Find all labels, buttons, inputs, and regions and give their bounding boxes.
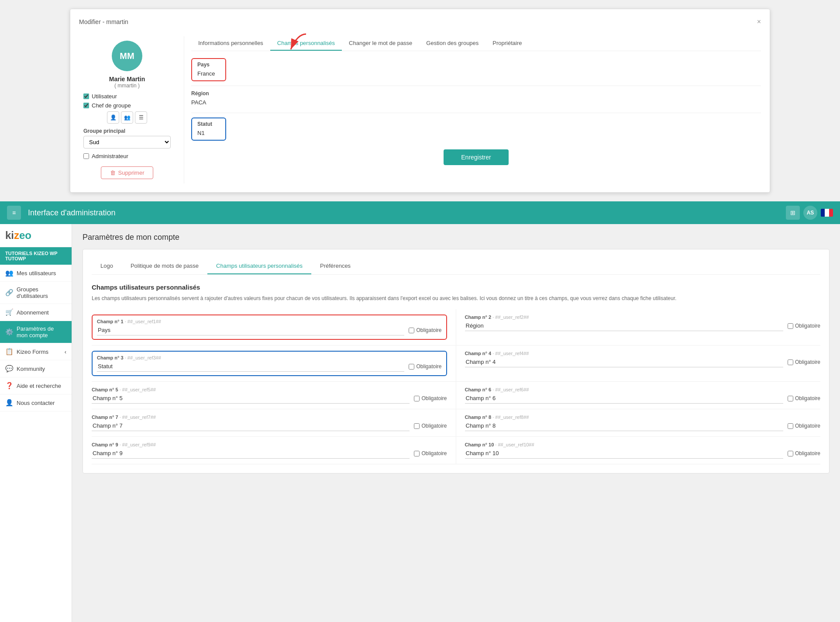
field-7-ref: Champ n° 7 · ##_user_ref7##: [92, 415, 447, 420]
trash-icon: 🗑: [110, 169, 116, 176]
chevron-right-icon: ‹: [65, 349, 66, 355]
field-row-5: Champ n° 5 · ##_user_ref5## Obligatoire: [92, 382, 456, 409]
tab-changer-mot-de-passe[interactable]: Changer le mot de passe: [342, 36, 419, 51]
field-7-obligatoire: Obligatoire: [414, 423, 447, 429]
field-row-4: Champ n° 4 · ##_user_ref4## Obligatoire: [456, 346, 821, 382]
modal-right-panel: Informations personnelles Champs personn…: [184, 36, 761, 183]
delete-button[interactable]: 🗑 Supprimer: [101, 166, 154, 179]
subscription-icon: 🛒: [5, 308, 13, 316]
avatar: MM: [112, 41, 142, 71]
help-icon: ❓: [5, 382, 13, 390]
chef-checkbox[interactable]: [83, 103, 89, 108]
sidebar-item-parametres[interactable]: ⚙️ Paramètres de mon compte: [0, 321, 72, 343]
modal-close-button[interactable]: ×: [757, 18, 761, 26]
field-1-obligatoire-checkbox[interactable]: [409, 328, 414, 333]
field-5-input[interactable]: [92, 393, 410, 404]
field-9-obligatoire-checkbox[interactable]: [414, 451, 420, 456]
field-row-10: Champ n° 10 · ##_user_ref10## Obligatoir…: [456, 437, 821, 464]
tab-proprietaire[interactable]: Propriétaire: [485, 36, 529, 51]
modal-title: Modifier - mmartin: [79, 18, 128, 25]
field-2-input[interactable]: [465, 321, 783, 331]
field-3-input[interactable]: [97, 361, 404, 372]
field-6-ref: Champ n° 6 · ##_user_ref6##: [465, 387, 821, 392]
field-1-input-row: Obligatoire: [97, 325, 442, 335]
group-icon-btn[interactable]: 👥: [121, 111, 133, 124]
modal-left-panel: MM Marie Martin ( mmartin ) Utilisateur …: [79, 36, 175, 183]
region-label: Région: [191, 90, 761, 97]
sidebar-item-kizeo-forms[interactable]: 📋 Kizeo Forms ‹: [0, 343, 72, 360]
statut-value: N1: [197, 129, 220, 137]
admin-checkbox[interactable]: [83, 153, 89, 159]
field-row-8: Champ n° 8 · ##_user_ref8## Obligatoire: [456, 409, 821, 437]
user-icon-btn[interactable]: 👤: [107, 111, 119, 124]
content-tabs: Logo Politique de mots de passe Champs u…: [92, 258, 820, 275]
save-button[interactable]: Enregistrer: [444, 149, 508, 165]
statut-field-group: Statut N1: [191, 117, 761, 141]
field-10-input[interactable]: [465, 448, 783, 459]
region-field-group: Région PACA: [191, 90, 761, 107]
sidebar-item-contact[interactable]: 👤 Nous contacter: [0, 394, 72, 411]
user-login: ( mmartin ): [114, 83, 140, 89]
tab-preferences[interactable]: Préférences: [311, 258, 359, 274]
arrow-annotation: [284, 32, 310, 55]
field-10-obligatoire-checkbox[interactable]: [788, 451, 793, 456]
grid-icon-button[interactable]: ⊞: [786, 206, 800, 220]
utilisateur-checkbox[interactable]: [83, 93, 89, 99]
top-bar: ≡ Interface d'administration ⊞ AS: [0, 201, 840, 224]
field-10-obligatoire: Obligatoire: [788, 450, 820, 456]
hamburger-button[interactable]: ≡: [7, 206, 21, 220]
sidebar: kizeo TUTORIELS KIZEO WP TUTOWP 👥 Mes ut…: [0, 224, 72, 622]
field-9-input[interactable]: [92, 448, 410, 459]
field-7-input[interactable]: [92, 421, 410, 431]
admin-checkbox-row: Administrateur: [83, 153, 171, 159]
field-4-input[interactable]: [465, 357, 783, 367]
field-5-obligatoire-checkbox[interactable]: [414, 396, 420, 401]
user-name: Marie Martin: [109, 76, 145, 83]
field-1-input[interactable]: [97, 325, 404, 335]
field-8-input[interactable]: [465, 421, 783, 431]
users-icon: 👥: [5, 269, 13, 277]
tab-informations-personnelles[interactable]: Informations personnelles: [191, 36, 270, 51]
sidebar-item-kommunity[interactable]: 💬 Kommunity: [0, 360, 72, 377]
sidebar-item-aide[interactable]: ❓ Aide et recherche: [0, 377, 72, 394]
tab-gestion-groupes[interactable]: Gestion des groupes: [419, 36, 485, 51]
pays-field-box: Pays France: [191, 58, 226, 81]
utilisateur-checkbox-row: Utilisateur: [83, 93, 171, 100]
pays-label: Pays: [197, 62, 220, 68]
groupe-label: Groupe principal: [83, 128, 171, 134]
field-6-input[interactable]: [465, 393, 783, 404]
field-row-9: Champ n° 9 · ##_user_ref9## Obligatoire: [92, 437, 456, 464]
sidebar-item-groupes-utilisateurs[interactable]: 🔗 Groupesd'utilisateurs: [0, 282, 72, 304]
field-6-input-row: Obligatoire: [465, 393, 821, 404]
sidebar-item-label: Paramètres de mon compte: [17, 325, 66, 339]
tab-politique[interactable]: Politique de mots de passe: [122, 258, 207, 274]
field-4-obligatoire-checkbox[interactable]: [788, 359, 793, 365]
list-icon-btn[interactable]: ☰: [135, 111, 147, 124]
page-title: Paramètres de mon compte: [83, 233, 830, 242]
sidebar-item-label: Groupesd'utilisateurs: [17, 286, 48, 299]
field-8-obligatoire-checkbox[interactable]: [788, 423, 793, 429]
field-7-input-row: Obligatoire: [92, 421, 447, 431]
field-8-input-row: Obligatoire: [465, 421, 821, 431]
field-2-obligatoire-checkbox[interactable]: [788, 323, 793, 329]
tab-champs-utilisateurs[interactable]: Champs utilisateurs personnalisés: [207, 258, 311, 274]
sidebar-item-label: Kizeo Forms: [17, 349, 48, 355]
region-value: PACA: [191, 98, 761, 107]
field-5-input-row: Obligatoire: [92, 393, 447, 404]
fields-grid: Champ n° 1 · ##_user_ref1## Obligatoire: [92, 309, 820, 464]
icon-row: 👤 👥 ☰: [107, 111, 147, 124]
tab-logo[interactable]: Logo: [92, 258, 122, 274]
field-7-obligatoire-checkbox[interactable]: [414, 423, 420, 429]
pays-value: France: [197, 69, 220, 78]
sidebar-item-abonnement[interactable]: 🛒 Abonnement: [0, 304, 72, 321]
sidebar-item-mes-utilisateurs[interactable]: 👥 Mes utilisateurs: [0, 265, 72, 282]
field-6-obligatoire-checkbox[interactable]: [788, 396, 793, 401]
content-area: Paramètres de mon compte Logo Politique …: [72, 224, 840, 622]
field-row-6: Champ n° 6 · ##_user_ref6## Obligatoire: [456, 382, 821, 409]
sidebar-item-label: Abonnement: [17, 309, 49, 316]
field-8-ref: Champ n° 8 · ##_user_ref8##: [465, 415, 821, 420]
field-3-obligatoire-checkbox[interactable]: [409, 364, 414, 370]
field-row-1: Champ n° 1 · ##_user_ref1## Obligatoire: [92, 309, 456, 346]
chef-checkbox-row: Chef de groupe: [83, 102, 171, 109]
groupe-select[interactable]: Sud: [83, 136, 171, 149]
